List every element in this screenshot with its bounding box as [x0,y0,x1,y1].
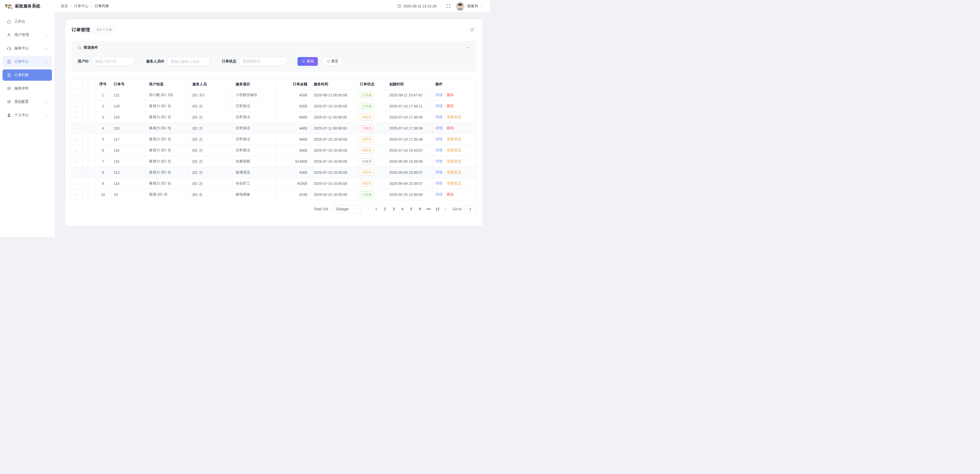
detail-action-link[interactable]: 详情 [436,181,443,185]
expand-row-chevron-right-icon[interactable] [75,149,78,152]
row-checkbox[interactable] [87,171,91,174]
detail-action-link[interactable]: 详情 [436,192,443,197]
sidebar-item-order-center[interactable]: 订单中心 [3,56,52,67]
page-size-value: 10/page [336,207,349,211]
order-no-cell: 118 [110,123,146,134]
column-header: 订单金额 [277,79,310,90]
detail-action-link[interactable]: 详情 [436,159,443,163]
actions-cell: 详情删除 [432,189,476,200]
user-menu-chevron-down-icon[interactable] [480,4,483,8]
expand-row-chevron-right-icon[interactable] [75,127,78,130]
expand-row-chevron-right-icon[interactable] [75,171,78,174]
sidebar: 家政服务系统 工作台用户管理服务中心订单中心订单列表服务评价系统配置个人中心 [0,0,54,237]
breadcrumb-item[interactable]: 首页 [61,4,68,8]
expand-row-chevron-right-icon[interactable] [75,160,78,163]
select-all-checkbox[interactable] [87,83,91,86]
page-number-2[interactable]: 2 [382,205,388,213]
topbar-right: 2025-09-11 19:12:20 [397,2,483,11]
change-action-link[interactable]: 变更状态 [447,181,461,185]
sidebar-item-profile[interactable]: 个人中心 [3,109,52,121]
staff-id-input[interactable] [167,57,210,66]
order-status-select[interactable]: 请选择状态 [239,57,286,66]
detail-action-link[interactable]: 详情 [436,137,443,141]
detail-action-link[interactable]: 详情 [436,104,443,108]
row-checkbox[interactable] [87,127,91,130]
sidebar-item-user-management[interactable]: 用户管理 [3,29,52,41]
user-cell: 蒋得力 (ID: 5) [146,112,189,123]
delete-action-link[interactable]: 删除 [447,104,454,108]
page-number-6[interactable]: 6 [417,205,423,213]
select-cell [82,167,95,178]
page-number-12[interactable]: 12 [434,205,441,213]
delete-action-link[interactable]: 删除 [447,93,454,97]
change-action-link[interactable]: 变更状态 [447,115,461,119]
table-row: 8113蒋得力 (ID: 5)(ID: 2)玻璃清洗¥3002025-07-10… [72,167,476,178]
chevron-down-icon [45,114,48,117]
page-size-select[interactable]: 10/page [332,205,361,213]
reset-button[interactable]: 重置 [322,57,343,66]
page-number-4[interactable]: 4 [399,205,406,213]
expand-row-chevron-right-icon[interactable] [75,116,78,119]
expand-cell [72,101,82,112]
sidebar-item-service-review[interactable]: 服务评价 [3,83,52,94]
row-checkbox[interactable] [87,138,91,141]
user-id-input[interactable] [92,57,134,66]
change-action-link[interactable]: 变更状态 [447,170,461,174]
detail-action-link[interactable]: 详情 [436,115,443,119]
expand-row-chevron-right-icon[interactable] [75,138,78,141]
page-number-1[interactable]: 1 [373,205,380,213]
sidebar-item-workbench[interactable]: 工作台 [3,16,52,27]
actions-cell: 详情变更状态 [432,156,476,167]
row-checkbox[interactable] [87,160,91,163]
user-name[interactable]: 张修为 [467,4,478,8]
detail-action-link[interactable]: 详情 [436,93,443,97]
detail-action-link[interactable]: 详情 [436,170,443,174]
sidebar-item-label: 订单列表 [14,73,29,78]
row-checkbox[interactable] [87,94,91,97]
page-ellipsis[interactable]: ••• [425,205,432,213]
detail-action-link[interactable]: 详情 [436,126,443,130]
chevron-down-icon [355,208,359,211]
row-checkbox[interactable] [87,182,91,185]
row-checkbox[interactable] [87,116,91,119]
expand-row-chevron-right-icon[interactable] [75,94,78,97]
page-number-5[interactable]: 5 [408,205,415,213]
sidebar-item-system-config[interactable]: 系统配置 [3,96,52,108]
avatar[interactable] [456,2,465,11]
change-action-link[interactable]: 变更状态 [447,148,461,152]
change-action-link[interactable]: 变更状态 [447,159,461,163]
expand-row-chevron-right-icon[interactable] [75,193,78,197]
expand-row-chevron-right-icon[interactable] [75,182,78,185]
created-cell: 2025-07-10 17:49:11 [386,101,432,112]
row-checkbox[interactable] [87,105,91,108]
row-checkbox[interactable] [87,149,91,152]
created-cell: 2025-05-09 23:38:57 [386,167,432,178]
order-no-cell: 119 [110,112,146,123]
expand-row-chevron-right-icon[interactable] [75,105,78,108]
delete-action-link[interactable]: 删除 [447,126,454,130]
collapse-chevron-up-icon[interactable] [466,46,470,50]
refresh-button[interactable] [468,25,476,34]
filter-head: 筛选条件 [78,45,470,50]
next-page-button[interactable] [442,205,449,213]
goto-page-input[interactable] [464,205,476,213]
row-checkbox[interactable] [87,193,91,197]
service-cell: 专业护工 [232,178,277,189]
search-button[interactable]: 查询 [298,57,318,66]
card-head: 订单管理 119 个订单 [72,25,476,34]
change-action-link[interactable]: 变更状态 [447,137,461,141]
actions-cell: 详情变更状态 [432,145,476,156]
staff-cell: (ID: 2) [189,123,232,134]
sidebar-item-service-center[interactable]: 服务中心 [3,43,52,54]
breadcrumb-item[interactable]: 订单中心 [74,4,89,8]
actions-cell: 详情删除 [432,123,476,134]
delete-action-link[interactable]: 删除 [447,192,454,197]
detail-action-link[interactable]: 详情 [436,148,443,152]
status-cell: 待支付 [357,145,386,156]
page-number-3[interactable]: 3 [390,205,397,213]
prev-page-button[interactable] [365,205,372,213]
chevron-up-icon [45,60,48,63]
sidebar-item-order-list[interactable]: 订单列表 [3,70,52,81]
sidebar-item-label: 个人中心 [14,113,29,117]
fullscreen-button[interactable] [446,4,450,8]
